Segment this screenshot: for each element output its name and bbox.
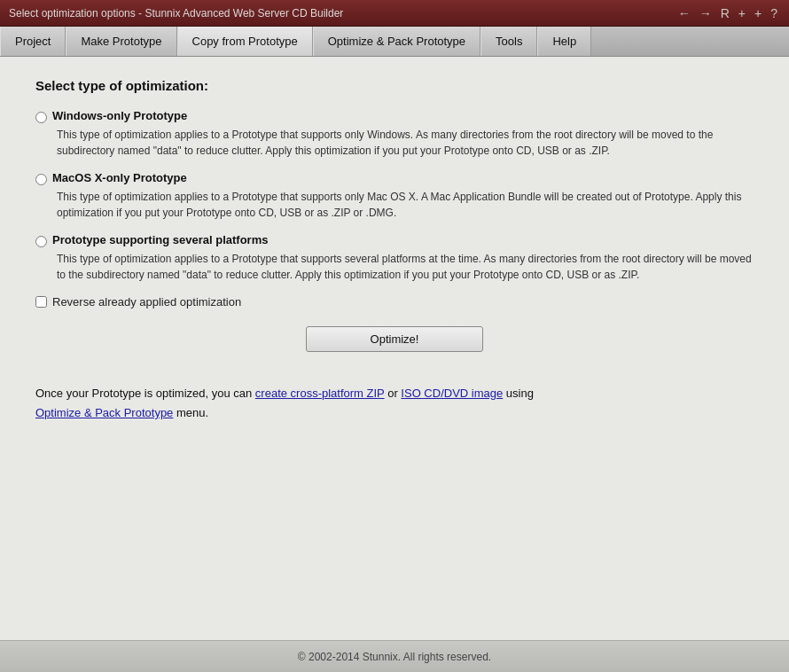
window-title: Select optimization options - Stunnix Ad… <box>9 7 343 20</box>
radio-group-opt1: Windows-only Prototype This type of opti… <box>35 109 754 159</box>
info-text-using: using <box>503 387 534 400</box>
reverse-checkbox[interactable] <box>35 296 47 308</box>
optimize-button[interactable]: Optimize! <box>306 326 483 352</box>
tab-tools[interactable]: Tools <box>480 27 537 56</box>
tab-help[interactable]: Help <box>537 27 591 56</box>
link-optimize-pack-prototype[interactable]: Optimize & Pack Prototype <box>35 406 173 419</box>
reverse-label[interactable]: Reverse already applied optimization <box>52 295 241 309</box>
radio-label-opt3[interactable]: Prototype supporting several platforms <box>52 233 268 246</box>
tab-copy-from-prototype[interactable]: Copy from Prototype <box>177 27 313 56</box>
link-iso-cd-dvd[interactable]: ISO CD/DVD image <box>401 387 503 400</box>
radio-label-opt1[interactable]: Windows-only Prototype <box>52 109 187 122</box>
forward-button[interactable]: → <box>697 6 715 20</box>
radio-label-opt2[interactable]: MacOS X-only Prototype <box>52 171 187 184</box>
add-button[interactable]: + <box>736 6 748 20</box>
info-text-or: or <box>385 387 402 400</box>
link-cross-platform-zip[interactable]: create cross-platform ZIP <box>255 387 385 400</box>
radio-group-opt3: Prototype supporting several platforms T… <box>35 233 754 283</box>
tab-make-prototype[interactable]: Make Prototype <box>66 27 176 56</box>
checkbox-row: Reverse already applied optimization <box>35 295 754 309</box>
radio-item-opt3: Prototype supporting several platforms <box>35 233 754 247</box>
radio-opt3[interactable] <box>35 236 47 247</box>
nav-bar: Project Make Prototype Copy from Prototy… <box>0 27 789 57</box>
help-button[interactable]: ? <box>768 6 780 20</box>
footer-text: © 2002-2014 Stunnix. All rights reserved… <box>298 651 491 663</box>
tab-optimize-pack-prototype[interactable]: Optimize & Pack Prototype <box>313 27 480 56</box>
add2-button[interactable]: + <box>752 6 764 20</box>
main-content: Select type of optimization: Windows-onl… <box>0 57 789 640</box>
info-text-before: Once your Prototype is optimized, you ca… <box>35 387 255 400</box>
radio-item-opt1: Windows-only Prototype <box>35 109 754 123</box>
radio-opt2[interactable] <box>35 174 47 185</box>
titlebar: Select optimization options - Stunnix Ad… <box>0 0 789 27</box>
radio-item-opt2: MacOS X-only Prototype <box>35 171 754 185</box>
radio-desc-opt3: This type of optimization applies to a P… <box>57 251 754 283</box>
radio-desc-opt2: This type of optimization applies to a P… <box>57 189 754 221</box>
reload-button[interactable]: R <box>718 6 732 20</box>
info-text-menu: menu. <box>173 406 208 419</box>
radio-desc-opt1: This type of optimization applies to a P… <box>57 127 754 159</box>
tab-project[interactable]: Project <box>0 27 66 56</box>
radio-opt1[interactable] <box>35 112 47 123</box>
optimize-btn-container: Optimize! <box>35 326 754 352</box>
footer: © 2002-2014 Stunnix. All rights reserved… <box>0 640 789 672</box>
titlebar-controls: ← → R + + ? <box>676 6 780 20</box>
main-window: Select optimization options - Stunnix Ad… <box>0 0 789 672</box>
radio-group-opt2: MacOS X-only Prototype This type of opti… <box>35 171 754 221</box>
section-title: Select type of optimization: <box>35 78 754 93</box>
back-button[interactable]: ← <box>676 6 693 20</box>
info-text: Once your Prototype is optimized, you ca… <box>35 384 754 423</box>
